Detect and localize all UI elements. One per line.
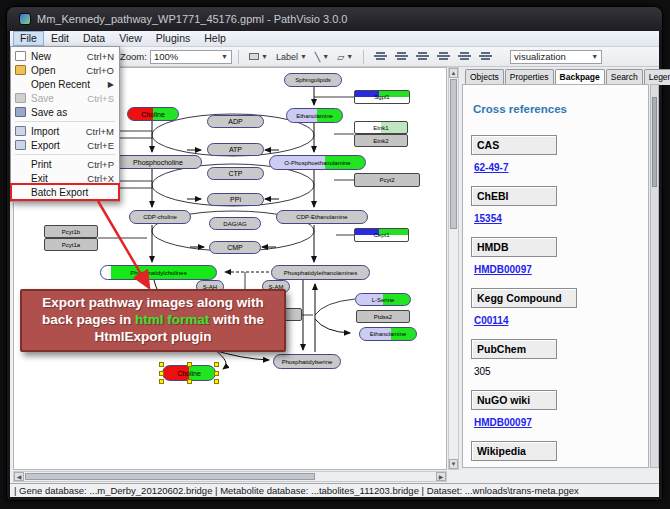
scrollbar-thumb[interactable] [450,79,457,229]
pathway-node-sgpl1[interactable]: Sgpl1 [354,90,410,104]
file-menu-item-new[interactable]: NewCtrl+N [12,49,118,63]
distribute-vertical-button[interactable] [433,49,454,65]
pathway-node-etnk2[interactable]: Etnk2 [354,134,408,147]
pathway-node-ctp[interactable]: CTP [207,167,264,180]
title-bar[interactable]: Mm_Kennedy_pathway_WP1771_45176.gpml - P… [7,7,662,31]
menu-item-label: Exit [31,173,81,184]
pathway-node-dag-ag[interactable]: DAG/AG [209,217,261,230]
node-label: Phosphatidylethanolamines [284,270,357,276]
file-menu-item-import[interactable]: ImportCtrl+M [12,124,118,138]
visualization-combobox[interactable]: visualization ▼ [510,50,602,64]
pathway-node-o-phosphoethanolamine[interactable]: O-Phosphoethanolamine [269,155,366,170]
selection-handle[interactable] [214,379,219,384]
xref-value-nugo-wiki[interactable]: HMDB00097 [474,417,640,428]
pathway-node-pcyt1b[interactable]: Pcyt1b [44,225,98,238]
pathway-node-ethanolamine-bottom[interactable]: Ethanolamine [359,327,417,341]
canvas-vertical-scrollbar[interactable]: ▲ ▼ [448,67,459,470]
align-middle-button[interactable] [391,49,412,65]
pathway-node-etnk1[interactable]: Etnk1 [354,121,408,134]
pathway-node-phosphocholine[interactable]: Phosphocholine [114,155,202,169]
chevron-down-icon[interactable]: ▼ [221,53,228,60]
pathway-node-phosphatidylcholines[interactable]: Phosphatidylcholines [100,265,217,280]
scroll-up-icon[interactable]: ▲ [449,68,458,78]
pathway-node-cdp-ethanolamine[interactable]: CDP-Ethanolamine [276,210,368,224]
file-menu-item-save-as[interactable]: Save as [12,105,118,119]
panel-vertical-scrollbar[interactable] [650,84,659,468]
scrollbar-thumb[interactable] [25,473,315,480]
pathway-node-cmp[interactable]: CMP [209,241,261,254]
menu-edit[interactable]: Edit [44,31,76,46]
datanode-icon [249,53,259,60]
xref-value-kegg-compound[interactable]: C00114 [474,315,640,326]
pathway-node-cept1[interactable]: Cept1 [354,228,409,242]
tab-objects[interactable]: Objects [465,69,504,85]
selection-handle[interactable] [187,379,192,384]
file-menu-item-exit[interactable]: ExitCtrl+X [12,171,118,185]
pathway-node-l-serine[interactable]: L-Serine [355,293,411,306]
pathway-node-phosphatidylethanolamines[interactable]: Phosphatidylethanolamines [271,265,370,280]
cross-references-heading: Cross references [473,103,640,115]
common-height-button[interactable] [475,49,496,65]
menu-plugins[interactable]: Plugins [149,31,197,46]
selection-handle[interactable] [187,362,192,367]
line-tool-button[interactable]: ╲ ▼ [311,49,333,65]
pathway-node-ptdss2[interactable]: Ptdss2 [356,310,410,323]
file-menu-item-export[interactable]: ExportCtrl+E [12,138,118,152]
pathway-node-sphingolipids[interactable]: Sphingolipids [284,73,342,87]
open-folder-icon [15,65,26,75]
tab-search[interactable]: Search [606,69,643,85]
chevron-down-icon[interactable]: ▼ [591,53,598,60]
scrollbar-thumb[interactable] [652,97,657,187]
xref-value-chebi[interactable]: 15354 [474,213,640,224]
tab-properties[interactable]: Properties [505,69,554,85]
chevron-down-icon[interactable]: ▼ [346,53,353,60]
pathway-node-choline-selected[interactable]: Choline [162,365,216,381]
pathway-node-ethanolamine-top[interactable]: Ethanolamine [286,108,343,123]
menu-data[interactable]: Data [76,31,112,46]
zoom-combobox[interactable]: 100% ▼ [150,50,232,64]
selection-handle[interactable] [159,379,164,384]
file-menu-item-open[interactable]: OpenCtrl+O [12,63,118,77]
node-label: Choline [141,111,165,118]
selection-handle[interactable] [159,371,164,376]
pathway-node-ppi[interactable]: PPi [207,193,264,206]
distribute-horizontal-button[interactable] [412,49,433,65]
scroll-down-icon[interactable]: ▼ [449,459,458,469]
menu-help[interactable]: Help [197,31,233,46]
menu-file[interactable]: File [13,31,44,46]
scroll-left-icon[interactable]: ◀ [14,472,24,481]
chevron-down-icon[interactable]: ▼ [322,53,329,60]
pathway-node-adp[interactable]: ADP [207,115,264,128]
file-menu-item-print[interactable]: PrintCtrl+P [12,157,118,171]
pathway-node-cdp-choline[interactable]: CDP-choline [129,210,191,224]
xref-value-hmdb[interactable]: HMDB00097 [474,264,640,275]
common-width-button[interactable] [454,49,475,65]
new-label-button[interactable]: Label ▼ [272,49,311,65]
pathway-node-phosphatidylserine[interactable]: Phosphatidylserine [273,354,341,369]
selection-handle[interactable] [159,362,164,367]
tab-backpage[interactable]: Backpage [555,69,605,85]
scroll-right-icon[interactable]: ▶ [436,472,446,481]
no-icon [15,159,26,169]
file-menu-item-save[interactable]: SaveCtrl+S [12,91,118,105]
align-center-button[interactable] [370,49,391,65]
canvas-horizontal-scrollbar[interactable]: ◀ ▶ [13,471,447,482]
selection-handle[interactable] [214,371,219,376]
pathway-node-pcyt2[interactable]: Pcyt2 [354,173,420,187]
tutorial-callout: Export pathway images along with back pa… [20,289,286,352]
pathway-node-atp[interactable]: ATP [207,143,264,156]
tab-legend[interactable]: Legend [644,69,670,85]
new-datanode-button[interactable]: ▼ [245,49,272,65]
menu-view[interactable]: View [112,31,149,46]
pathway-node-choline-top[interactable]: Choline [127,107,179,121]
menu-separator [15,154,115,155]
file-menu-item-batch-export[interactable]: Batch Export [12,185,118,199]
selection-handle[interactable] [214,362,219,367]
shape-tool-button[interactable]: ▱ ▼ [333,49,357,65]
node-label: PPi [230,196,241,203]
pathway-node-pcyt1a[interactable]: Pcyt1a [44,238,98,251]
file-menu-item-open-recent[interactable]: Open Recent▶ [12,77,118,91]
chevron-down-icon[interactable]: ▼ [261,53,268,60]
xref-value-cas[interactable]: 62-49-7 [474,162,640,173]
chevron-down-icon[interactable]: ▼ [300,53,307,60]
